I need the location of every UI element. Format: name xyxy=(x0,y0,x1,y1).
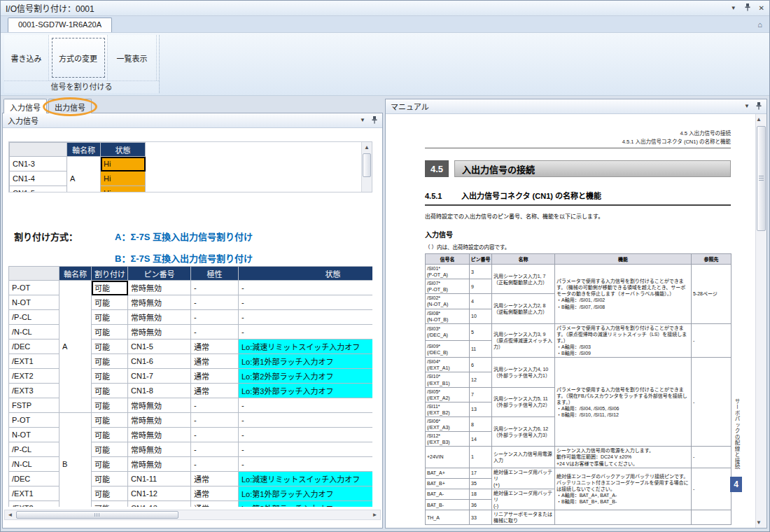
scroll-up-icon[interactable]: ▲ xyxy=(362,142,372,153)
grid-cell[interactable]: /P-CL xyxy=(9,442,59,457)
grid-cell[interactable]: FSTP xyxy=(9,398,59,413)
grid-cell[interactable]: 常時無効 xyxy=(128,428,191,442)
manual-vscrollbar[interactable]: ▲ ▼ xyxy=(755,114,766,528)
manual-pin-icon[interactable] xyxy=(756,102,762,111)
grid-cell[interactable]: - xyxy=(191,457,239,472)
grid-cell[interactable]: Lo:第3外部ラッチ入力オフ xyxy=(239,384,373,398)
grid-cell[interactable]: - xyxy=(239,457,373,472)
layout-icon[interactable]: ⌂ xyxy=(757,21,762,29)
grid-cell[interactable]: 可能 xyxy=(92,281,128,295)
grid-cell[interactable]: 常時無効 xyxy=(128,398,191,413)
grid-cell[interactable]: N-OT xyxy=(9,428,59,442)
grid-cell[interactable]: CN1-5 xyxy=(128,340,191,354)
window-pin-icon[interactable] xyxy=(745,4,750,13)
grid-cell[interactable]: 常時無効 xyxy=(128,457,191,472)
tab-output-signal[interactable]: 出力信号 xyxy=(48,99,92,113)
grid-cell[interactable]: 常時無効 xyxy=(128,442,191,457)
grid-cell[interactable]: - xyxy=(191,442,239,457)
grid-cell[interactable]: 常時無効 xyxy=(128,295,191,310)
tab-servopack-document[interactable]: 0001-SGD7W-1R6A20A xyxy=(8,18,112,32)
grid-cell[interactable]: Lo:第2外部ラッチ入力オフ xyxy=(239,501,373,507)
window-dropdown-icon[interactable]: ▼ xyxy=(731,6,736,11)
grid-cell[interactable]: /EXT2 xyxy=(9,501,59,507)
grid-cell[interactable]: 可能 xyxy=(92,340,128,354)
scroll-up-icon[interactable]: ▲ xyxy=(756,114,766,125)
grid-cell[interactable]: /P-CL xyxy=(9,310,59,325)
chapter-side-tab-label[interactable]: サーボパックの配線と接続 xyxy=(733,398,741,470)
write-button[interactable]: 書き込み xyxy=(4,35,49,80)
grid-cell[interactable]: Hi xyxy=(101,172,146,186)
grid-cell[interactable]: 通常 xyxy=(191,486,239,501)
hscrollbar-thumb[interactable] xyxy=(16,511,178,519)
grid-cell[interactable]: 可能 xyxy=(92,472,128,486)
scroll-right-icon[interactable]: ► xyxy=(370,512,380,518)
grid-cell[interactable]: Lo:第1外部ラッチ入力オフ xyxy=(239,486,373,501)
grid-cell[interactable]: Lo:減速リミットスイッチ入力オフ xyxy=(239,340,373,354)
grid-cell[interactable]: - xyxy=(239,442,373,457)
grid-cell[interactable]: 通常 xyxy=(191,369,239,384)
grid-cell[interactable]: 通常 xyxy=(191,501,239,507)
grid-cell[interactable]: - xyxy=(191,325,239,340)
grid-cell[interactable]: 可能 xyxy=(92,354,128,369)
grid-cell[interactable]: 常時無効 xyxy=(128,413,191,428)
grid-cell[interactable]: 可能 xyxy=(92,384,128,398)
grid-cell[interactable]: - xyxy=(191,310,239,325)
grid-cell[interactable]: /EXT1 xyxy=(9,354,59,369)
tab-input-signal[interactable]: 入力信号 xyxy=(4,99,47,113)
grid-cell[interactable]: 可能 xyxy=(92,369,128,384)
window-titlebar[interactable]: I/O信号割り付け：0001 ▼ ✕ xyxy=(1,1,769,16)
panel-dropdown-icon[interactable]: ▼ xyxy=(360,118,365,123)
grid-cell[interactable]: A xyxy=(59,281,92,413)
grid-cell[interactable]: 可能 xyxy=(92,325,128,340)
assignment-table-hscrollbar[interactable]: ◄ ► xyxy=(4,510,381,520)
list-view-button[interactable]: 一覧表示 xyxy=(108,35,157,80)
grid-cell[interactable]: P-OT xyxy=(9,413,59,428)
grid-cell[interactable]: 常時無効 xyxy=(128,281,191,295)
grid-cell[interactable]: /N-CL xyxy=(9,325,59,340)
grid-cell[interactable]: - xyxy=(191,428,239,442)
grid-cell[interactable]: /EXT2 xyxy=(9,369,59,384)
grid-cell[interactable]: CN1-11 xyxy=(128,472,191,486)
grid-cell[interactable]: 常時無効 xyxy=(128,325,191,340)
grid-cell[interactable]: 通常 xyxy=(191,384,239,398)
grid-cell[interactable]: 可能 xyxy=(92,442,128,457)
grid-cell[interactable]: /DEC xyxy=(9,340,59,354)
grid-cell[interactable]: - xyxy=(239,310,373,325)
grid-cell[interactable]: 可能 xyxy=(92,413,128,428)
grid-cell[interactable]: /EXT1 xyxy=(9,486,59,501)
grid-cell[interactable]: - xyxy=(239,428,373,442)
scroll-down-icon[interactable]: ▼ xyxy=(756,517,766,528)
grid-cell[interactable]: Hi xyxy=(101,186,146,193)
grid-cell[interactable]: - xyxy=(191,281,239,295)
grid-cell[interactable]: 可能 xyxy=(92,428,128,442)
grid-cell[interactable]: 可能 xyxy=(92,398,128,413)
grid-cell[interactable]: CN1-7 xyxy=(128,369,191,384)
grid-cell[interactable]: - xyxy=(191,398,239,413)
grid-cell[interactable]: CN1-3 xyxy=(10,157,67,172)
manual-dropdown-icon[interactable]: ▼ xyxy=(744,104,750,109)
grid-cell[interactable]: CN1-13 xyxy=(128,501,191,507)
grid-cell[interactable]: CN1-4 xyxy=(10,172,67,186)
grid-cell[interactable]: - xyxy=(239,398,373,413)
grid-cell[interactable]: - xyxy=(191,295,239,310)
grid-cell[interactable]: 可能 xyxy=(92,457,128,472)
grid-cell[interactable]: /DEC xyxy=(9,472,59,486)
grid-cell[interactable]: Lo:第2外部ラッチ入力オフ xyxy=(239,369,373,384)
change-method-button[interactable]: 方式の変更 xyxy=(49,35,108,80)
grid-cell[interactable]: P-OT xyxy=(9,281,59,295)
grid-cell[interactable]: CN1-6 xyxy=(128,354,191,369)
grid-cell[interactable]: Lo:第1外部ラッチ入力オフ xyxy=(239,354,373,369)
window-close-icon[interactable]: ✕ xyxy=(759,5,764,12)
panel-pin-icon[interactable] xyxy=(372,116,377,125)
grid-cell[interactable]: /N-CL xyxy=(9,457,59,472)
grid-cell[interactable]: - xyxy=(239,295,373,310)
grid-cell[interactable]: 通常 xyxy=(191,472,239,486)
chapter-number-badge[interactable]: 4 xyxy=(730,477,742,492)
grid-cell[interactable]: /EXT3 xyxy=(9,384,59,398)
grid-cell[interactable]: Hi xyxy=(101,157,146,172)
scrollbar-thumb[interactable] xyxy=(363,153,371,177)
grid-cell[interactable]: Lo:減速リミットスイッチ入力オフ xyxy=(239,472,373,486)
grid-cell[interactable]: CN1-5 xyxy=(10,186,67,193)
grid-cell[interactable]: N-OT xyxy=(9,295,59,310)
vscrollbar-thumb[interactable] xyxy=(757,126,766,231)
